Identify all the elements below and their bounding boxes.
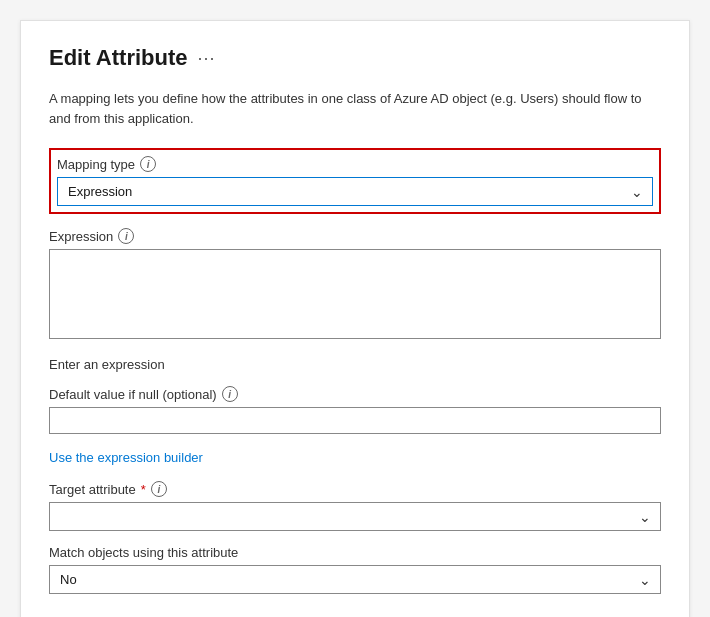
- mapping-type-select[interactable]: Direct Expression Constant: [57, 177, 653, 206]
- default-value-label: Default value if null (optional) i: [49, 386, 661, 402]
- target-attribute-label: Target attribute * i: [49, 481, 661, 497]
- default-value-info-icon[interactable]: i: [222, 386, 238, 402]
- description-text: A mapping lets you define how the attrib…: [49, 89, 661, 128]
- edit-attribute-panel: Edit Attribute ··· A mapping lets you de…: [20, 20, 690, 617]
- expression-label: Expression i: [49, 228, 661, 244]
- expression-builder-link[interactable]: Use the expression builder: [49, 450, 203, 465]
- target-attribute-select[interactable]: [49, 502, 661, 531]
- mapping-type-select-wrapper: Direct Expression Constant ⌄: [57, 177, 653, 206]
- expression-hint: Enter an expression: [49, 357, 661, 372]
- expression-info-icon[interactable]: i: [118, 228, 134, 244]
- default-value-input[interactable]: [49, 407, 661, 434]
- mapping-type-info-icon[interactable]: i: [140, 156, 156, 172]
- target-attribute-field-group: Target attribute * i ⌄: [49, 481, 661, 531]
- match-objects-select-wrapper: No Yes ⌄: [49, 565, 661, 594]
- target-attribute-select-wrapper: ⌄: [49, 502, 661, 531]
- panel-header: Edit Attribute ···: [49, 45, 661, 71]
- target-attribute-info-icon[interactable]: i: [151, 481, 167, 497]
- match-objects-label: Match objects using this attribute: [49, 545, 661, 560]
- mapping-type-section: Mapping type i Direct Expression Constan…: [49, 148, 661, 214]
- match-objects-select[interactable]: No Yes: [49, 565, 661, 594]
- mapping-type-label: Mapping type i: [57, 156, 653, 172]
- expression-field-group: Expression i: [49, 228, 661, 343]
- expression-textarea[interactable]: [49, 249, 661, 339]
- page-title: Edit Attribute: [49, 45, 188, 71]
- default-value-field-group: Default value if null (optional) i: [49, 386, 661, 434]
- more-options-icon[interactable]: ···: [198, 48, 216, 69]
- required-indicator: *: [141, 482, 146, 497]
- match-objects-field-group: Match objects using this attribute No Ye…: [49, 545, 661, 594]
